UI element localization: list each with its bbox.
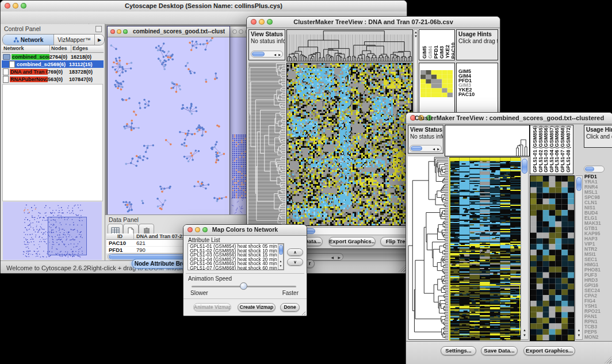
column-label[interactable]: GPL51-01 (GSM854) [532, 126, 538, 173]
col-edges[interactable]: Edges [71, 45, 104, 53]
attribute-list-vscrollbar[interactable]: ▲ ▼ [278, 244, 284, 270]
scroll-down-icon[interactable]: ▼ [576, 334, 582, 338]
scrollbar-thumb[interactable] [576, 177, 582, 191]
slower-label: Slower [190, 290, 208, 296]
network-edges: 183728(0) [69, 69, 104, 75]
export-graphics-button[interactable]: Export Graphics... [328, 237, 376, 246]
speed-slider-thumb[interactable] [240, 282, 247, 290]
resize-grip[interactable] [399, 265, 406, 272]
scroll-down-icon[interactable]: ▼ [414, 35, 417, 39]
scroll-down-icon[interactable]: ▼ [521, 334, 528, 338]
column-label[interactable]: YKE2 [445, 45, 450, 59]
close-button[interactable] [110, 29, 115, 34]
scroll-up-icon[interactable]: ▲ [521, 328, 528, 332]
column-label[interactable]: GPL51-03 (GSM856) [543, 126, 549, 173]
network-window-a[interactable]: combined_scores_good.txt--cluste... [107, 26, 230, 214]
animate-vizmap-button[interactable]: Animate Vizmap [193, 303, 231, 312]
scroll-right-icon[interactable]: ▶ [437, 147, 439, 151]
create-vizmap-button[interactable]: Create Vizmap [238, 303, 276, 312]
column-dendrogram[interactable] [445, 125, 530, 156]
column-label[interactable]: GPL51-06 (GSM865) [554, 126, 560, 173]
resize-grip[interactable] [300, 310, 305, 315]
gene-list[interactable]: PFD1YRA1RNR4MSL1SPC98CLN1NIS1BUD4ELG1MAK… [584, 174, 612, 340]
column-dendrogram[interactable] [286, 29, 413, 62]
done-button[interactable]: Done [280, 303, 300, 312]
float-panel-icon[interactable] [95, 26, 102, 32]
save-data-button[interactable]: Save Data... [481, 346, 518, 355]
dialog-titlebar[interactable]: Map Colors to Network [183, 225, 307, 236]
zoom-vscrollbar[interactable]: ▲ ▼ [575, 175, 583, 340]
zoom-heatmap[interactable] [530, 175, 575, 341]
global-heatmap[interactable] [286, 63, 413, 226]
scroll-left-icon[interactable]: ◀ [433, 147, 435, 151]
scrollbar-thumb[interactable] [279, 245, 283, 255]
scrollbar-thumb[interactable] [411, 146, 422, 151]
move-down-button[interactable]: ∨ [287, 258, 303, 266]
treeview1-titlebar[interactable]: ClusterMaker TreeView : DNA and Tran 07-… [247, 17, 500, 28]
gene-label[interactable]: MON2 [584, 335, 612, 340]
attribute-item[interactable]: GPL51-07 (GSM868) heat shock 60 min [190, 266, 284, 270]
scroll-left-icon[interactable]: ◀ [274, 53, 276, 56]
tab-overflow[interactable]: ▶ [95, 35, 104, 45]
network-view-a-canvas[interactable] [108, 37, 229, 214]
move-up-button[interactable]: ∧ [287, 248, 303, 256]
resize-grip[interactable] [605, 357, 611, 363]
zoom-button[interactable] [123, 29, 128, 34]
col-id[interactable]: ID [106, 233, 134, 240]
divider [186, 273, 304, 274]
view-status-text: No status info f [249, 37, 285, 44]
tab-vizmapper[interactable]: VizMapper™ [54, 35, 95, 45]
column-label[interactable]: PAC10 [450, 43, 455, 59]
global-heatmap[interactable] [449, 157, 521, 340]
network-name: RNAPuberNov2+ [10, 76, 48, 82]
main-titlebar[interactable]: Cytoscape Desktop (Session Name: collins… [1, 1, 407, 12]
network-table-header: Network Nodes Edges [2, 45, 104, 53]
birdseye-view[interactable] [3, 202, 102, 260]
export-graphics-button[interactable]: Export Graphics... [523, 346, 575, 355]
zoom-heatmap[interactable] [420, 70, 453, 97]
row-dendrogram[interactable] [248, 63, 285, 225]
scrollbar-thumb[interactable] [252, 52, 265, 56]
scroll-up-icon[interactable]: ▲ [414, 30, 417, 35]
column-label[interactable]: GIM3 [439, 46, 445, 59]
zoom-hscrollbar[interactable] [584, 166, 605, 173]
column-label[interactable]: GPL51-07 (GSM868) [560, 126, 565, 173]
doc-icon [9, 61, 15, 68]
network-tree-row[interactable]: combined_sco2569(6)13112(15) [2, 60, 104, 68]
network-name: combined_scores_ [12, 54, 49, 60]
doc-icon [3, 68, 9, 75]
network-tree-row[interactable]: RNAPuberNov2+563(0)107847(0) [2, 75, 104, 83]
network-tree-row[interactable]: combined_scores_2764(0)16218(0) [2, 53, 104, 60]
column-label[interactable]: PFD1 [433, 45, 439, 59]
scroll-right-icon[interactable]: ▶ [278, 53, 281, 56]
view-status-title: View Status [408, 125, 443, 133]
scroll-up-icon[interactable]: ▲ [278, 259, 283, 263]
scrollbar-thumb[interactable] [585, 167, 594, 171]
minimize-button[interactable] [239, 29, 243, 34]
row-dendrogram[interactable] [408, 156, 448, 340]
scroll-down-icon[interactable]: ▼ [278, 264, 283, 268]
global-vscrollbar[interactable]: ▲ ▼ [521, 157, 529, 340]
attribute-list[interactable]: GPL51-01 (GSM854) heat shock 05 minGPL51… [188, 243, 284, 270]
col-network[interactable]: Network [2, 45, 50, 53]
gene-label[interactable]: PAC10 [458, 92, 498, 97]
close-button[interactable] [232, 29, 237, 34]
scroll-up-icon[interactable]: ▲ [576, 328, 582, 332]
column-label[interactable]: GIM4 [427, 46, 433, 59]
tab-network[interactable]: Network [3, 35, 54, 45]
status-scrollbar[interactable]: ◀ ▶ [410, 145, 442, 152]
main-window-title: Cytoscape Desktop (Session Name: collins… [1, 2, 407, 9]
network-tree-row[interactable]: DNA and Tran 07769(0)183728(0) [2, 68, 104, 75]
status-scrollbar[interactable]: ◀ ▶ [251, 51, 283, 58]
scrollbar-thumb[interactable] [522, 159, 527, 174]
treeview2-titlebar[interactable]: ClusterMaker TreeView : combined_scores_… [406, 113, 612, 124]
column-label[interactable]: GPL51-08 (GSM872) [565, 126, 571, 173]
column-label[interactable]: GIM5 [422, 46, 427, 59]
settings-button[interactable]: Settings... [441, 346, 476, 355]
scroll-left-icon[interactable]: ◀ [331, 255, 334, 259]
column-labels-panel: GIM5GIM4PFD1GIM3YKE2PAC10 [419, 29, 455, 60]
usage-hints-text: Click and drag to [457, 37, 498, 44]
minimize-button[interactable] [117, 29, 121, 34]
col-nodes[interactable]: Nodes [50, 45, 71, 53]
scroll-right-icon[interactable]: ▶ [338, 255, 341, 259]
